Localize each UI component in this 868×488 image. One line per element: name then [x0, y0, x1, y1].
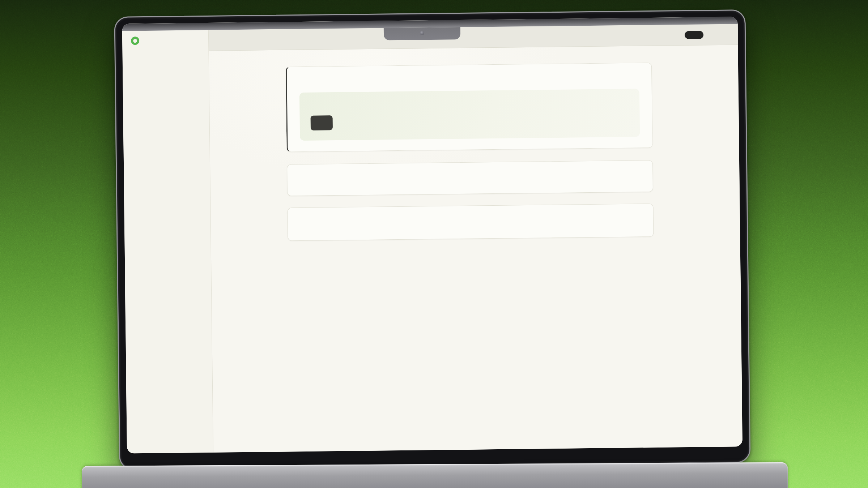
manage-account-body	[310, 103, 629, 107]
camera-notch	[384, 27, 460, 40]
main-area	[209, 45, 743, 453]
topbar-actions	[675, 30, 721, 39]
features-card	[287, 160, 653, 196]
sidebar-toggle-icon[interactable]	[226, 36, 234, 44]
laptop-screen	[114, 9, 750, 470]
subscription-card	[287, 204, 654, 241]
signup-button[interactable]	[685, 31, 703, 39]
account-portal-header	[299, 72, 639, 85]
features-subtitle	[302, 175, 638, 179]
content-column	[286, 63, 654, 241]
features-title	[302, 171, 638, 175]
keyboard-row-fn	[106, 467, 764, 470]
sidebar	[122, 23, 213, 454]
webcam-dot	[420, 31, 424, 35]
subscription-title	[302, 215, 639, 219]
laptop-display	[122, 17, 743, 453]
manage-account-title	[310, 98, 629, 102]
account-portal-card	[286, 63, 653, 152]
laptop-mockup	[114, 7, 749, 488]
features-grid	[302, 181, 638, 185]
laptop-keyboard-deck	[82, 462, 788, 488]
keyboard-row-letters	[106, 472, 764, 476]
person-icon	[299, 76, 307, 85]
external-link-icon	[321, 120, 326, 125]
theme-toggle-sun-icon[interactable]	[714, 31, 721, 38]
brand-ring-icon	[131, 37, 139, 45]
open-account-portal-button[interactable]	[311, 115, 333, 130]
keyboard-keys	[106, 467, 764, 479]
account-portal-description	[299, 84, 639, 88]
manage-account-box	[299, 89, 640, 141]
keyboard-row-numbers	[106, 470, 764, 473]
